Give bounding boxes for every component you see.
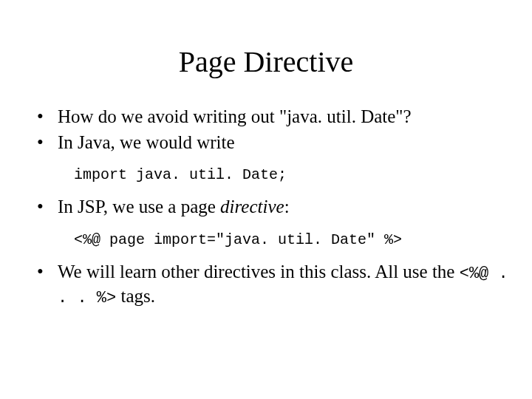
bullet-4-post: tags. xyxy=(116,286,155,306)
bullet-4-pre: We will learn other directives in this c… xyxy=(58,262,460,282)
bullet-3-em: directive xyxy=(220,197,284,216)
bullet-list-2: In JSP, we use a page directive: xyxy=(37,195,510,219)
bullet-3-post: : xyxy=(284,197,290,216)
bullet-list: How do we avoid writing out "java. util.… xyxy=(37,105,510,154)
bullet-3-pre: In JSP, we use a page xyxy=(58,197,220,216)
bullet-2-text: In Java, we would write xyxy=(58,132,235,152)
bullet-4: We will learn other directives in this c… xyxy=(37,260,510,310)
slide-title: Page Directive xyxy=(22,44,510,79)
slide: Page Directive How do we avoid writing o… xyxy=(0,0,532,399)
code-import-java: import java. util. Date; xyxy=(74,166,510,183)
bullet-1: How do we avoid writing out "java. util.… xyxy=(37,105,510,129)
bullet-1-text: How do we avoid writing out "java. util.… xyxy=(58,106,412,126)
bullet-3: In JSP, we use a page directive: xyxy=(37,195,510,219)
bullet-2: In Java, we would write xyxy=(37,131,510,155)
bullet-list-3: We will learn other directives in this c… xyxy=(37,260,510,310)
code-page-directive: <%@ page import="java. util. Date" %> xyxy=(74,231,510,248)
